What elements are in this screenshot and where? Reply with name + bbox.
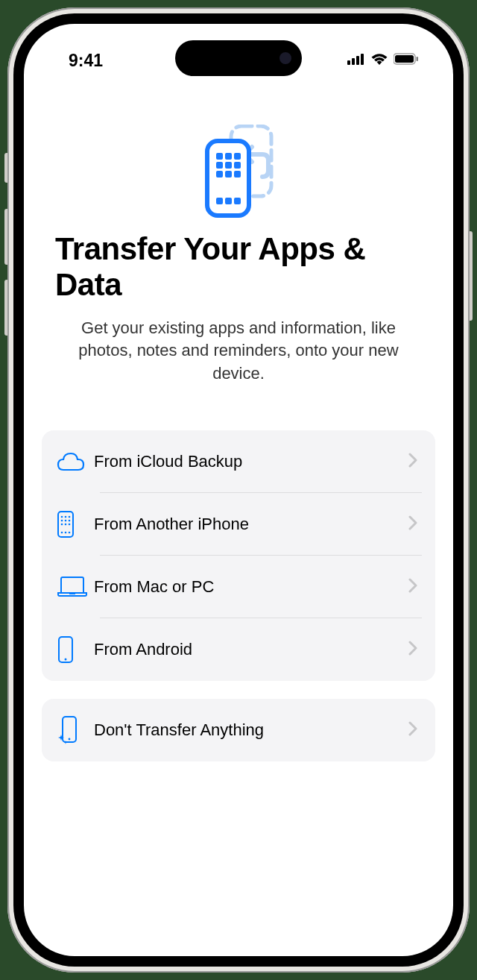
cellular-signal-icon: [347, 53, 365, 68]
svg-rect-18: [216, 198, 223, 204]
chevron-right-icon: [408, 515, 417, 533]
svg-rect-2: [356, 56, 359, 65]
phone-icon: [57, 635, 94, 664]
option-dont-transfer[interactable]: Don't Transfer Anything: [42, 699, 435, 761]
svg-rect-34: [69, 593, 75, 594]
option-another-iphone[interactable]: From Another iPhone: [42, 493, 435, 556]
svg-rect-13: [225, 162, 232, 169]
svg-rect-9: [216, 153, 223, 160]
cloud-icon: [57, 452, 94, 471]
svg-point-22: [61, 516, 63, 518]
svg-point-36: [65, 658, 67, 660]
svg-rect-11: [234, 153, 241, 160]
option-label: Don't Transfer Anything: [94, 720, 408, 740]
chevron-right-icon: [408, 641, 417, 659]
option-label: From Another iPhone: [94, 515, 408, 534]
svg-point-27: [69, 520, 71, 522]
svg-rect-10: [225, 153, 232, 160]
svg-rect-20: [234, 198, 241, 204]
chevron-right-icon: [408, 578, 417, 596]
chevron-right-icon: [408, 721, 417, 739]
transfer-hero-icon: [194, 121, 283, 225]
svg-point-32: [65, 532, 67, 534]
phone-sparkle-icon: [57, 715, 94, 745]
svg-point-31: [61, 532, 63, 534]
option-android[interactable]: From Android: [42, 618, 435, 681]
option-mac-or-pc[interactable]: From Mac or PC: [42, 556, 435, 618]
laptop-icon: [57, 577, 94, 597]
svg-point-30: [69, 524, 71, 526]
chevron-right-icon: [408, 453, 417, 471]
option-label: From Android: [94, 640, 408, 659]
svg-point-29: [65, 524, 67, 526]
svg-rect-15: [216, 171, 223, 178]
wifi-icon: [371, 53, 388, 68]
option-label: From iCloud Backup: [94, 452, 408, 471]
no-transfer-group: Don't Transfer Anything: [42, 699, 435, 761]
svg-rect-17: [234, 171, 241, 178]
transfer-options-group: From iCloud Backup: [42, 430, 435, 681]
svg-rect-12: [216, 162, 223, 169]
svg-point-26: [65, 520, 67, 522]
svg-rect-19: [225, 198, 232, 204]
status-indicators: [347, 53, 419, 68]
svg-point-38: [69, 738, 71, 741]
svg-rect-6: [417, 57, 419, 61]
iphone-apps-icon: [57, 510, 94, 538]
option-icloud-backup[interactable]: From iCloud Backup: [42, 430, 435, 493]
status-time: 9:41: [69, 51, 103, 71]
page-title: Transfer Your Apps & Data: [24, 231, 453, 304]
page-subtitle: Get your existing apps and information, …: [24, 317, 453, 386]
battery-icon: [394, 53, 419, 68]
svg-rect-14: [234, 162, 241, 169]
svg-rect-0: [347, 60, 350, 65]
svg-point-24: [69, 516, 71, 518]
svg-point-28: [61, 524, 63, 526]
svg-rect-16: [225, 171, 232, 178]
svg-point-33: [69, 532, 71, 534]
phone-device-frame: 9:41: [7, 7, 470, 973]
svg-rect-5: [395, 55, 414, 63]
setup-content: Transfer Your Apps & Data Get your exist…: [24, 24, 453, 956]
svg-point-25: [61, 520, 63, 522]
dynamic-island: [175, 40, 302, 76]
screen: 9:41: [24, 24, 453, 956]
svg-point-23: [65, 516, 67, 518]
svg-rect-1: [352, 58, 355, 65]
option-label: From Mac or PC: [94, 577, 408, 597]
svg-rect-3: [361, 54, 364, 65]
